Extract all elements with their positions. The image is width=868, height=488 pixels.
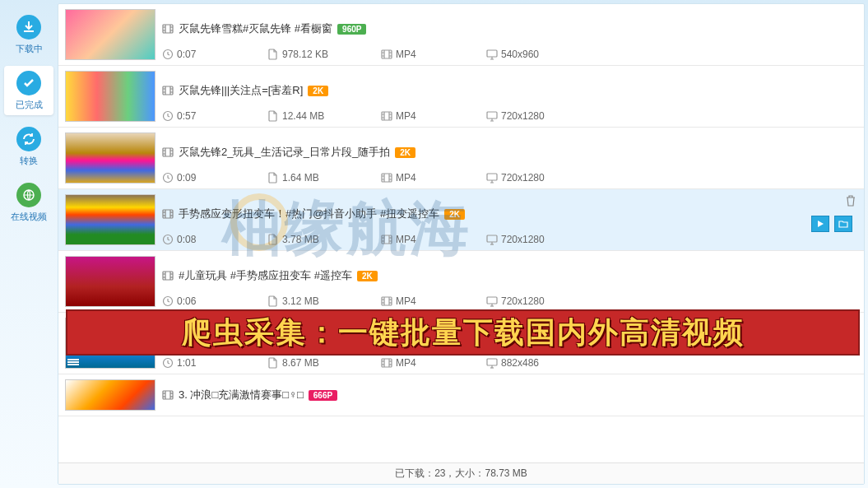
download-icon (16, 15, 41, 40)
quality-badge: 2K (395, 147, 415, 158)
film-icon (381, 295, 392, 307)
film-icon (162, 85, 174, 96)
thumbnail (65, 318, 155, 369)
list-row[interactable]: 3. 冲浪□充满激情赛事□♀□666P (58, 374, 864, 416)
clock-icon (162, 49, 174, 60)
film-icon (162, 146, 174, 158)
list-row[interactable]: #儿童玩具 #手势感应扭变车 #遥控车2K0:063.12 MBMP4720x1… (58, 251, 864, 313)
sidebar-item-online-video[interactable]: 在线视频 (4, 178, 53, 227)
play-button[interactable] (811, 216, 829, 232)
thumbnail (65, 256, 155, 307)
svg-rect-19 (163, 86, 173, 95)
film-icon (162, 389, 174, 401)
row-title: #儿童玩具 #手势感应扭变车 #遥控车 (179, 268, 352, 283)
row-title: 6. 摄影师冲浪跟拍□□ (179, 330, 278, 345)
film-icon (162, 23, 174, 35)
svg-rect-88 (487, 297, 497, 304)
globe-icon (16, 183, 41, 207)
format: MP4 (396, 357, 416, 369)
sidebar-label: 转换 (20, 155, 38, 167)
svg-rect-52 (487, 174, 497, 180)
sidebar-label: 下载中 (16, 43, 43, 55)
sidebar-label: 已完成 (16, 99, 43, 111)
duration: 0:08 (177, 234, 196, 245)
thumbnail (65, 132, 155, 184)
quality-badge: 666P (309, 390, 337, 401)
sidebar-item-completed[interactable]: 已完成 (4, 66, 53, 115)
download-list[interactable]: 灭鼠先锋雪糕#灭鼠先锋 #看橱窗960P0:07978.12 KBMP4540x… (58, 4, 864, 462)
file-size: 12.44 MB (282, 110, 324, 122)
resolution: 882x486 (501, 357, 539, 369)
svg-rect-70 (487, 235, 497, 242)
sidebar-item-convert[interactable]: 转换 (4, 122, 53, 171)
sidebar: 下载中 已完成 转换 在线视频 (0, 0, 58, 488)
resolution: 720x1280 (501, 234, 545, 245)
file-icon (267, 172, 279, 184)
svg-rect-16 (487, 50, 497, 57)
svg-rect-55 (163, 210, 173, 218)
folder-button[interactable] (834, 216, 852, 232)
sidebar-item-downloading[interactable]: 下载中 (4, 10, 53, 59)
delete-button[interactable] (844, 194, 857, 207)
clock-icon (162, 234, 174, 245)
format: MP4 (396, 295, 416, 307)
svg-rect-37 (163, 148, 173, 156)
file-size: 1.64 MB (282, 172, 319, 184)
format: MP4 (396, 234, 416, 245)
list-row[interactable]: 灭鼠先锋雪糕#灭鼠先锋 #看橱窗960P0:07978.12 KBMP4540x… (58, 4, 864, 66)
file-size: 8.67 MB (282, 357, 319, 369)
svg-rect-9 (382, 50, 392, 58)
svg-rect-91 (163, 333, 173, 342)
duration: 0:06 (177, 295, 196, 307)
duration: 0:09 (177, 172, 196, 184)
film-icon (381, 172, 392, 184)
file-icon (267, 49, 279, 60)
file-icon (267, 295, 279, 307)
svg-rect-27 (382, 112, 392, 120)
svg-rect-63 (382, 235, 392, 244)
clock-icon (162, 357, 174, 369)
monitor-icon (486, 234, 498, 245)
film-icon (162, 208, 174, 220)
resolution: 720x1280 (501, 295, 545, 307)
menu-icon (67, 358, 79, 366)
file-size: 3.12 MB (282, 295, 319, 307)
resolution: 720x1280 (501, 172, 545, 184)
svg-rect-73 (163, 272, 173, 280)
check-icon (16, 71, 41, 95)
film-icon (381, 234, 392, 245)
film-icon (381, 49, 392, 60)
file-size: 3.78 MB (282, 234, 319, 245)
film-icon (381, 357, 392, 369)
row-title: 灭鼠先锋雪糕#灭鼠先锋 #看橱窗 (179, 21, 332, 36)
svg-rect-1 (163, 25, 173, 33)
resolution: 540x960 (501, 49, 539, 60)
list-row[interactable]: 手势感应变形扭变车！#热门@抖音小助手 #扭变遥控车2K0:083.78 MBM… (58, 189, 864, 251)
format: MP4 (396, 110, 416, 122)
refresh-icon (16, 127, 41, 151)
list-row[interactable]: 6. 摄影师冲浪跟拍□□486P1:018.67 MBMP4882x486 (58, 313, 864, 374)
quality-badge: 960P (337, 24, 366, 35)
svg-rect-34 (487, 112, 497, 119)
quality-badge: 486P (283, 332, 312, 343)
svg-rect-45 (382, 174, 392, 182)
row-title: 灭鼠先锋2_玩具_生活记录_日常片段_随手拍 (179, 145, 390, 160)
duration: 0:07 (177, 49, 196, 60)
quality-badge: 2K (444, 209, 465, 220)
row-title: 手势感应变形扭变车！#热门@抖音小助手 #扭变遥控车 (179, 207, 439, 221)
format: MP4 (396, 172, 416, 184)
file-icon (267, 110, 279, 122)
file-size: 978.12 KB (282, 49, 328, 60)
monitor-icon (486, 110, 498, 122)
file-icon (267, 234, 279, 245)
list-row[interactable]: 灭鼠先锋2_玩具_生活记录_日常片段_随手拍2K0:091.64 MBMP472… (58, 128, 864, 189)
thumbnail (65, 71, 155, 122)
list-row[interactable]: 灭鼠先锋|||关注点=[害羞R]2K0:5712.44 MBMP4720x128… (58, 66, 864, 128)
svg-rect-106 (487, 359, 497, 365)
monitor-icon (486, 49, 498, 60)
svg-rect-99 (382, 359, 392, 367)
svg-rect-81 (382, 297, 392, 305)
thumbnail (65, 9, 155, 60)
sidebar-label: 在线视频 (11, 211, 47, 223)
status-text: 已下载：23，大小：78.73 MB (395, 467, 527, 481)
